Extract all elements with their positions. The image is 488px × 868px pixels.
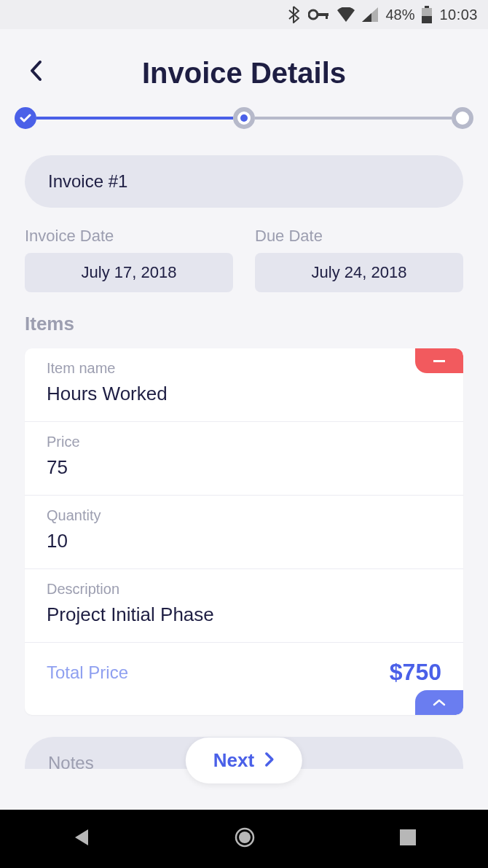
item-quantity-input[interactable]: 10 [47,530,441,552]
remove-item-button[interactable] [415,348,463,373]
step-3-future [452,107,473,129]
item-quantity-label: Quantity [47,507,441,524]
total-price-label: Total Price [47,662,128,683]
invoice-number-input[interactable]: Invoice #1 [25,155,463,208]
item-price-input[interactable]: 75 [47,456,441,479]
status-bar: 48% 10:03 [0,0,488,29]
items-section-title: Items [25,313,463,335]
page-title: Invoice Details [0,57,488,90]
step-line-1 [36,117,233,120]
battery-percentage: 48% [385,7,414,23]
clock: 10:03 [439,7,478,23]
collapse-item-button[interactable] [415,690,463,715]
due-date-label: Due Date [255,227,463,246]
item-description-input[interactable]: Project Initial Phase [47,603,441,626]
item-card: Item name Hours Worked Price 75 Quantity… [25,348,463,715]
next-button[interactable]: Next [186,738,302,783]
vpn-key-icon [308,9,330,20]
invoice-date-picker[interactable]: July 17, 2018 [25,253,233,292]
header: Invoice Details [0,29,488,107]
svg-rect-9 [400,829,416,845]
svg-rect-5 [422,16,432,23]
next-button-label: Next [213,749,254,772]
battery-icon [422,6,432,23]
item-name-input[interactable]: Hours Worked [47,383,441,405]
step-2-current [233,107,255,129]
progress-stepper [0,107,488,129]
signal-icon [362,7,378,22]
item-description-label: Description [47,581,441,598]
total-price-value: $750 [390,659,441,686]
android-nav-bar [0,810,488,868]
item-price-label: Price [47,434,441,450]
step-1-done [15,107,36,129]
chevron-right-icon [264,751,275,770]
item-name-label: Item name [47,360,441,377]
wifi-icon [337,7,355,22]
nav-recent-icon[interactable] [400,829,416,848]
svg-rect-2 [326,13,328,19]
svg-rect-6 [433,360,445,362]
nav-home-icon[interactable] [234,826,256,851]
svg-point-0 [309,10,318,19]
bluetooth-icon [288,6,301,23]
nav-back-icon[interactable] [72,828,90,850]
due-date-picker[interactable]: July 24, 2018 [255,253,463,292]
svg-rect-3 [425,6,429,8]
svg-point-8 [239,832,251,843]
invoice-date-label: Invoice Date [25,227,233,246]
back-button[interactable] [25,60,47,82]
step-line-2 [255,117,452,120]
